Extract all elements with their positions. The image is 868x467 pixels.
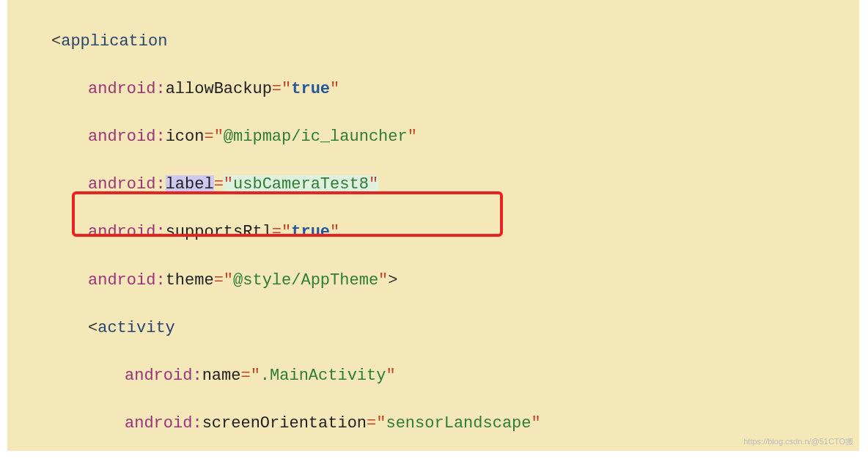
quote: ": [386, 367, 395, 385]
code-line-7: <activity: [7, 315, 859, 342]
bracket-open: <: [88, 319, 98, 337]
quote: ": [282, 80, 291, 98]
equals: =: [214, 271, 224, 290]
code-line-1: <application: [7, 29, 859, 56]
ns-android: android:: [125, 367, 202, 385]
attr-label: label: [166, 175, 214, 194]
val-true: true: [291, 80, 330, 98]
equals: =: [204, 128, 213, 146]
val-mipmap: @mipmap/ic_launcher: [224, 128, 408, 146]
attr-icon: icon: [166, 128, 205, 146]
equals: =: [240, 367, 250, 385]
watermark: https://blog.csdn.n/@51CTO搬: [743, 436, 853, 446]
val-true: true: [291, 223, 330, 241]
bracket-open: <: [51, 32, 61, 51]
attr-screenorientation: screenOrientation: [202, 414, 367, 433]
ns-android: android:: [88, 223, 166, 241]
code-line-6: android:theme="@style/AppTheme">: [7, 268, 859, 295]
code-line-2: android:allowBackup="true": [7, 76, 859, 103]
code-block: <application android:allowBackup="true" …: [7, 0, 859, 451]
quote: ": [378, 271, 388, 290]
ns-android: android:: [125, 414, 202, 433]
equals: =: [272, 80, 282, 98]
ns-android: android:: [88, 175, 166, 194]
quote: ": [224, 175, 233, 194]
val-usbcameratest8: usbCameraTest8: [233, 175, 369, 194]
equals: =: [272, 223, 282, 241]
bracket-close: >: [388, 271, 397, 290]
quote: ": [369, 175, 378, 194]
code-line-8: android:name=".MainActivity": [7, 363, 859, 390]
equals: =: [214, 175, 224, 194]
code-line-9: android:screenOrientation="sensorLandsca…: [7, 411, 859, 438]
quote: ": [408, 128, 417, 146]
attr-theme: theme: [166, 271, 214, 290]
quote: ": [251, 367, 260, 385]
attr-name: name: [202, 367, 241, 385]
code-line-5: android:supportsRtl="true": [7, 219, 859, 246]
quote: ": [224, 271, 233, 290]
quote: ": [214, 128, 224, 146]
code-line-4: android:label="usbCameraTest8": [7, 172, 859, 199]
ns-android: android:: [88, 80, 166, 98]
attr-supportsrtl: supportsRtl: [166, 223, 272, 241]
val-sensorlandscape: sensorLandscape: [386, 414, 531, 433]
ns-android: android:: [88, 128, 166, 146]
equals: =: [367, 414, 376, 433]
code-line-3: android:icon="@mipmap/ic_launcher": [7, 124, 859, 151]
tag-application: application: [61, 32, 167, 51]
val-mainactivity: .MainActivity: [260, 367, 386, 385]
quote: ": [330, 223, 339, 241]
attr-allowbackup: allowBackup: [166, 80, 272, 98]
quote: ": [376, 414, 386, 433]
val-apptheme: @style/AppTheme: [233, 271, 378, 290]
quote: ": [532, 414, 541, 433]
ns-android: android:: [88, 271, 166, 290]
quote: ": [330, 80, 339, 98]
tag-activity: activity: [98, 319, 175, 337]
quote: ": [282, 223, 291, 241]
